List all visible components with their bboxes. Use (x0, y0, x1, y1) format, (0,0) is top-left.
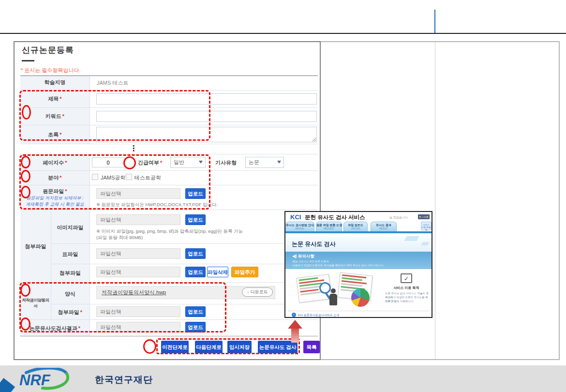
field-option-label: JAMS공학 (101, 174, 125, 181)
prev-step-button[interactable]: 이전단계로 (161, 341, 189, 353)
person-illustration-body (329, 294, 337, 305)
footer-org-name: 한국연구재단 (95, 374, 153, 386)
top-blue-vertical-line (434, 10, 435, 33)
image-size-note: (파일 용량 최대 90MB) (96, 235, 143, 241)
kci-tab-request[interactable]: 원문 파일 변환 요청REQUEST (316, 222, 342, 231)
kci-tab-upload[interactable]: 파일 업로드UPLOAD (343, 222, 368, 231)
journal-name-value: JAMS 테스트 (97, 79, 128, 87)
chevron-down-icon (199, 161, 203, 164)
kci-guide-button[interactable]: 서비스 이용 해설집 (421, 222, 432, 230)
keyword-input[interactable] (96, 111, 317, 122)
abstract-label: 초록* (20, 131, 89, 138)
purpose-line-3: 자료 분석시 사용됩니다. (385, 299, 430, 303)
title-underline (22, 60, 34, 61)
info-icon: i (292, 313, 296, 317)
kci-welcome-text: 님 반갑습니다. (389, 215, 408, 220)
field-checkbox-test[interactable] (126, 174, 132, 180)
image-file-label: 이미지파일 (51, 224, 89, 231)
notice-line-1: 해당 서비스는 KCI 보유 논문과 (292, 260, 329, 263)
list-button[interactable]: 목록 (303, 341, 320, 353)
attachments-group-label: 첨부파일 (20, 243, 51, 250)
title-label: 제목* (20, 95, 89, 103)
pie-chart-illustration (351, 288, 370, 307)
kci-tab-manual[interactable]: 유사도 검사방법 안내MANUAL (285, 222, 314, 231)
article-type-label: 기사유형 (215, 159, 241, 166)
copyright-attach-label: 첨부파일* (51, 309, 89, 316)
image-upload-button[interactable]: 업로드 (185, 214, 206, 225)
article-type-select[interactable]: 논문 (245, 157, 284, 168)
similarity-result-input[interactable] (96, 322, 180, 332)
attach-file-input[interactable] (96, 267, 180, 277)
kci-hero-title: 논문 유사도 검사 (292, 240, 336, 248)
download-button[interactable]: ↓ 다운로드 (242, 287, 273, 297)
nrf-logo-text: NRF (19, 372, 51, 389)
fulltext-file-input[interactable] (96, 188, 180, 199)
similarity-upload-button[interactable]: 업로드 (185, 322, 206, 332)
abstract-textarea[interactable] (96, 127, 317, 142)
field-option-label: 테스트공학 (134, 174, 161, 181)
omitted-rows-ellipsis: ⋮ (130, 144, 137, 153)
kci-logout-button[interactable]: 로그아웃 (418, 214, 430, 219)
table-file-label: 표파일 (51, 251, 89, 258)
urgency-select[interactable]: 일반 (170, 157, 206, 168)
kci-intro-link[interactable]: KCI 논문유사도검사서비스 소개 (298, 313, 339, 317)
magnifier-icon (319, 282, 331, 294)
temp-save-button[interactable]: 임시저장 (227, 341, 252, 353)
fulltext-file-label: 원문파일* (20, 188, 89, 195)
top-divider-line (0, 33, 566, 34)
checklist-icon: ✓ (401, 273, 412, 283)
kci-tab-result[interactable]: 유사도 결과RESULT (371, 222, 397, 231)
arrow-up-shaft (291, 329, 299, 343)
copyright-group-label: 저작권이양동의서 (20, 298, 51, 309)
page-title: 신규논문등록 (22, 45, 74, 56)
purpose-title: 서비스 이용 목적 (392, 286, 421, 290)
next-step-button[interactable]: 다음단계로 (195, 341, 223, 353)
table-bottom-border (20, 336, 318, 336)
kci-popup-title: 문헌 유사도 검사 서비스 (305, 214, 365, 221)
table-top-border (20, 75, 318, 76)
speaker-icon: ◀) (292, 254, 297, 258)
notice-title: ◀) 유의사항 (292, 254, 314, 259)
image-file-input[interactable] (96, 214, 180, 225)
copyright-form-link[interactable]: 저작권이양동의서양식.hwp (102, 289, 166, 296)
similarity-result-label: 논문유사도검사결과* (20, 325, 89, 332)
person-illustration (331, 288, 336, 293)
arrow-up-icon (288, 320, 302, 329)
chevron-down-icon (277, 161, 281, 164)
journal-name-label: 학술지명 (20, 79, 89, 86)
notice-line-2: 사용자가 작성한 논문간의 유사성을 확인하기 위한 유사도 검사 서비스입니다… (292, 264, 384, 267)
pages-label: 페이지수* (20, 159, 89, 166)
urgency-label: 긴급여부* (138, 159, 165, 166)
required-fields-note: * 표시는 필수항목입니다. (21, 67, 80, 74)
attach-file-label: 첨부파일 (51, 270, 89, 277)
fulltext-upload-button[interactable]: 업로드 (185, 188, 206, 199)
title-input[interactable] (96, 93, 317, 105)
screen: 신규논문등록 * 표시는 필수항목입니다. 학술지명 JAMS 테스트 제목* … (0, 0, 566, 392)
image-format-note: ※ 이미지 파일(jpg, jpeg, png, bmp, tif)과 압축파일… (96, 228, 243, 235)
fulltext-note-1: 원문파일 저자정보 삭제여부 : (20, 195, 89, 201)
nrf-logo: NRF (17, 368, 90, 390)
keyword-label: 키워드* (20, 113, 89, 120)
fulltext-format-note: ※ 원문정보 파일형식은 HWP,DOC,DOCX,TXT,PDF 입니다. (96, 202, 218, 208)
table-upload-button[interactable]: 업로드 (185, 248, 206, 259)
right-column-divider (435, 42, 435, 359)
popup-footer-divider (288, 311, 429, 311)
file-delete-button[interactable]: 파일삭제 (207, 267, 228, 277)
form-file-label: 양식 (51, 290, 89, 298)
kci-logo: KCI (290, 213, 301, 221)
field-label: 분야* (20, 174, 89, 181)
fulltext-note-2: 게재확정 후 교체 시 확인 필요 (20, 201, 89, 208)
field-checkbox-jams[interactable] (92, 174, 98, 180)
table-file-input[interactable] (96, 248, 180, 259)
copyright-attach-input[interactable] (96, 306, 180, 317)
copyright-upload-button[interactable]: 업로드 (185, 306, 206, 317)
pages-input[interactable] (92, 157, 124, 167)
file-add-button[interactable]: 파일추가 (231, 267, 258, 277)
attach-upload-button[interactable]: 업로드 (185, 267, 206, 277)
